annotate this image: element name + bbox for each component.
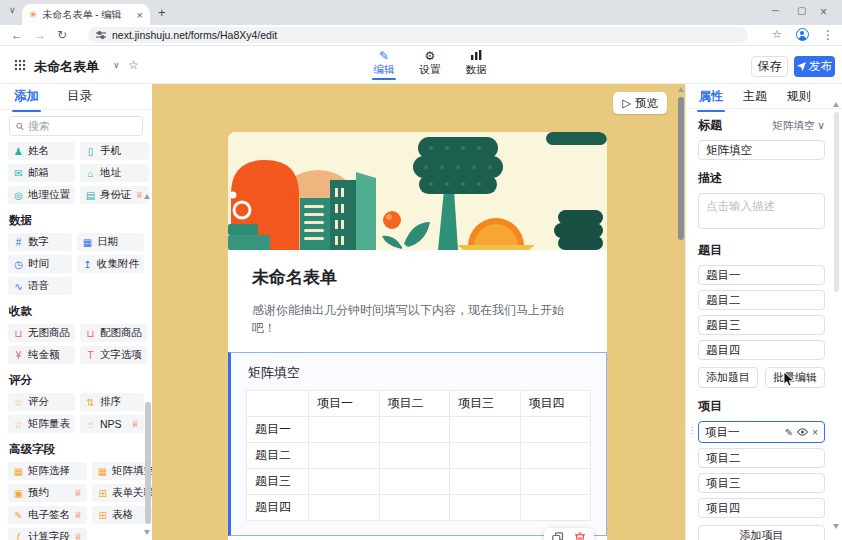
field-chip[interactable]: ◎地理位置 bbox=[8, 186, 75, 204]
field-search[interactable] bbox=[9, 116, 143, 136]
forward-icon[interactable]: → bbox=[34, 28, 46, 42]
field-chip[interactable]: ⊔配图商品 bbox=[80, 324, 147, 342]
browser-tab[interactable]: ✳ 未命名表单 - 编辑 × bbox=[22, 4, 150, 25]
sidebar-scroll-up[interactable] bbox=[144, 194, 150, 199]
field-chip[interactable]: ▦日期 bbox=[77, 233, 144, 251]
field-chip[interactable]: ▦矩阵选择 bbox=[8, 462, 87, 480]
field-title-input[interactable] bbox=[698, 140, 825, 160]
question-input[interactable] bbox=[698, 290, 825, 310]
tab-data[interactable]: 数据 bbox=[460, 49, 492, 76]
item-input[interactable] bbox=[698, 473, 825, 493]
panel-scrollbar[interactable] bbox=[834, 112, 839, 292]
field-chip[interactable]: T文字选项 bbox=[80, 346, 147, 364]
matrix-cell bbox=[450, 443, 521, 469]
delete-icon[interactable] bbox=[574, 532, 586, 540]
field-chip[interactable]: ƒ计算字段♕ bbox=[8, 528, 87, 540]
panel-scroll-down[interactable] bbox=[833, 524, 839, 529]
field-chip[interactable]: ☆矩阵量表 bbox=[8, 415, 75, 433]
sidebar-tab-add[interactable]: 添加 bbox=[14, 88, 39, 105]
eye-icon[interactable] bbox=[797, 428, 808, 436]
sidebar-scroll-down[interactable] bbox=[144, 530, 150, 535]
field-chip[interactable]: ↥收集附件 bbox=[77, 255, 144, 273]
add-item-button[interactable]: 添加项目 bbox=[698, 525, 825, 540]
reload-icon[interactable]: ↻ bbox=[57, 28, 67, 42]
browser-menu-icon[interactable]: ⋮ bbox=[822, 28, 834, 42]
field-chip[interactable]: ⇅排序 bbox=[80, 393, 144, 411]
panel-tab-theme[interactable]: 主题 bbox=[743, 88, 767, 105]
back-icon[interactable]: ← bbox=[11, 28, 23, 42]
panel-scroll-up[interactable] bbox=[833, 102, 839, 107]
field-chip[interactable]: ▤身份证♕ bbox=[80, 186, 149, 204]
field-chip[interactable]: ⊔无图商品 bbox=[8, 324, 75, 342]
address-bar[interactable]: next.jinshuju.net/forms/Ha8Xy4/edit bbox=[88, 27, 748, 43]
form-description[interactable]: 感谢你能抽出几分钟时间填写以下内容，现在我们马上开始吧！ bbox=[252, 301, 583, 337]
crown-icon: ♕ bbox=[131, 419, 139, 429]
canvas-scroll-up[interactable] bbox=[678, 87, 684, 92]
item-input[interactable] bbox=[698, 498, 825, 518]
tab-search-chevron-icon[interactable]: ∨ bbox=[9, 5, 16, 15]
field-chip[interactable]: ∿语音 bbox=[8, 277, 72, 295]
matrix-cell bbox=[520, 495, 591, 521]
window-minimize-button[interactable]: ─ bbox=[772, 5, 779, 16]
window-close-button[interactable]: × bbox=[820, 5, 827, 19]
group-title-data: 数据 bbox=[9, 213, 143, 228]
remove-item-icon[interactable]: × bbox=[812, 427, 818, 438]
drag-handle-icon[interactable]: ⋮⋮ bbox=[688, 426, 701, 435]
field-description-input[interactable] bbox=[698, 193, 825, 229]
tab-close-icon[interactable]: × bbox=[137, 9, 143, 21]
question-input[interactable] bbox=[698, 340, 825, 360]
table-icon: ⊞ bbox=[97, 510, 108, 521]
question-input[interactable] bbox=[698, 265, 825, 285]
play-icon: ▷ bbox=[622, 96, 631, 110]
field-chip[interactable]: #数字 bbox=[8, 233, 72, 251]
field-chip[interactable]: ☆评分 bbox=[8, 393, 75, 411]
tab-edit[interactable]: ✎ 编辑 bbox=[368, 49, 400, 76]
profile-avatar[interactable] bbox=[796, 28, 809, 41]
apps-grid-icon[interactable] bbox=[14, 59, 26, 71]
matrix-cell bbox=[309, 469, 380, 495]
form-title[interactable]: 未命名表单 bbox=[252, 266, 583, 289]
preview-button[interactable]: ▷ 预览 bbox=[613, 92, 667, 114]
field-chip[interactable]: ▯手机 bbox=[80, 142, 149, 160]
matrix-cell bbox=[309, 443, 380, 469]
sidebar-tabs: 添加 目录 bbox=[0, 84, 152, 110]
field-chip[interactable]: ✎电子签名♕ bbox=[8, 506, 87, 524]
field-chip[interactable]: ☝NPS♕ bbox=[80, 415, 144, 433]
publish-button[interactable]: 发布 bbox=[794, 56, 835, 77]
panel-tab-rules[interactable]: 规则 bbox=[787, 88, 811, 105]
field-chip[interactable]: ▣预约♕ bbox=[8, 484, 87, 502]
field-chip[interactable]: ¥纯金额 bbox=[8, 346, 75, 364]
item-input[interactable] bbox=[698, 448, 825, 468]
copy-icon[interactable] bbox=[552, 532, 564, 540]
site-settings-icon[interactable] bbox=[96, 30, 106, 40]
edit-icon[interactable]: ✎ bbox=[785, 427, 793, 438]
sidebar-tab-outline[interactable]: 目录 bbox=[67, 88, 92, 105]
panel-tab-properties[interactable]: 属性 bbox=[699, 88, 723, 105]
favorite-star-icon[interactable]: ☆ bbox=[128, 58, 139, 72]
sidebar-scrollbar[interactable] bbox=[145, 402, 151, 524]
save-button[interactable]: 保存 bbox=[751, 56, 788, 77]
bookmark-star-icon[interactable]: ☆ bbox=[772, 28, 782, 41]
batch-edit-button[interactable]: 批量编辑 bbox=[765, 367, 825, 388]
clock-icon: ◷ bbox=[13, 259, 24, 270]
matrix-fill-field[interactable]: 矩阵填空 项目一 项目二 项目三 项目四 题目一 题目二 bbox=[228, 352, 607, 536]
add-question-button[interactable]: 添加题目 bbox=[698, 367, 758, 388]
field-chip[interactable]: ✉邮箱 bbox=[8, 164, 75, 182]
field-type-selector[interactable]: 矩阵填空 ∨ bbox=[772, 119, 825, 133]
number-icon: # bbox=[13, 237, 24, 248]
field-chip[interactable]: ◷时间 bbox=[8, 255, 72, 273]
matrix-cell bbox=[450, 495, 521, 521]
matrix-fill-icon: ▦ bbox=[97, 466, 108, 477]
matrix-cell bbox=[379, 417, 450, 443]
new-tab-button[interactable]: + bbox=[158, 5, 166, 20]
text-option-icon: T bbox=[85, 350, 96, 361]
canvas-scrollbar[interactable] bbox=[678, 97, 684, 240]
window-maximize-button[interactable]: ▢ bbox=[797, 5, 806, 16]
field-chip[interactable]: ♟姓名 bbox=[8, 142, 75, 160]
item-input-focused[interactable]: 项目一 ✎ × bbox=[698, 421, 825, 443]
field-chip[interactable]: ⌂地址 bbox=[80, 164, 149, 182]
question-input[interactable] bbox=[698, 315, 825, 335]
form-name-chevron-icon[interactable]: ∨ bbox=[113, 60, 120, 70]
tab-settings[interactable]: ⚙ 设置 bbox=[414, 49, 446, 76]
search-input[interactable] bbox=[28, 120, 136, 132]
